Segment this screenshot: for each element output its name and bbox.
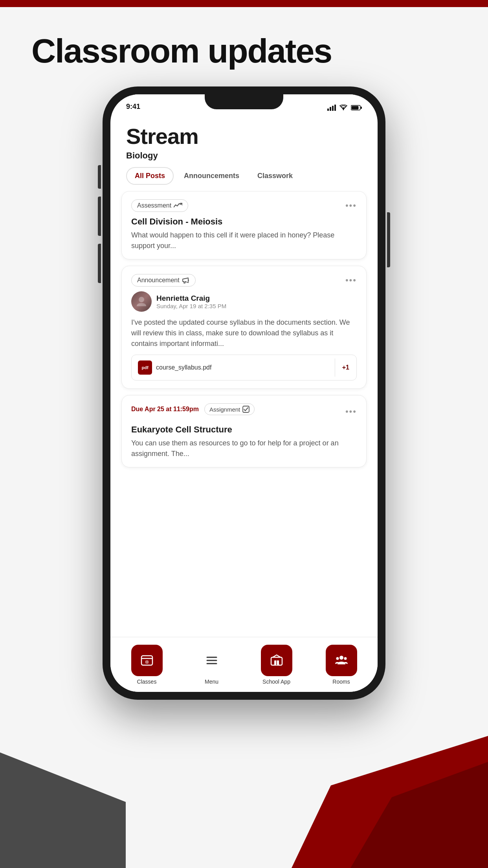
tab-announcements[interactable]: Announcements — [176, 167, 247, 185]
stream-title: Stream — [126, 123, 362, 149]
avatar-svg — [135, 295, 148, 308]
assignment-more-btn[interactable]: ••• — [345, 406, 357, 417]
assessment-card-header: Assessment ••• — [131, 199, 357, 212]
schoolapp-label: School App — [262, 679, 290, 685]
nav-schoolapp[interactable]: School App — [261, 645, 292, 685]
svg-rect-2 — [332, 106, 334, 111]
svg-point-8 — [139, 297, 144, 302]
nav-rooms[interactable]: Rooms — [326, 645, 357, 685]
bottom-nav: Classes Menu — [110, 637, 378, 692]
phone-btn-vol-up — [98, 197, 101, 236]
rooms-label: Rooms — [332, 679, 350, 685]
attachment-row[interactable]: pdf course_syllabus.pdf +1 — [131, 355, 357, 381]
app-header: Stream Biology — [110, 114, 378, 167]
nav-menu[interactable]: Menu — [196, 645, 227, 685]
rooms-icon-wrap — [326, 645, 357, 676]
author-date: Sunday, Apr 19 at 2:35 PM — [156, 303, 226, 309]
svg-rect-1 — [330, 107, 331, 111]
svg-rect-0 — [327, 108, 329, 111]
menu-icon-wrap — [196, 645, 227, 676]
wifi-icon — [339, 105, 348, 111]
top-bar-decoration — [0, 0, 488, 7]
classes-icon-wrap — [131, 645, 163, 676]
assessment-title: Cell Division - Meiosis — [131, 217, 357, 227]
author-row: Henrietta Craig Sunday, Apr 19 at 2:35 P… — [131, 291, 357, 312]
status-time: 9:41 — [126, 103, 140, 111]
due-date: Due Apr 25 at 11:59pm — [131, 406, 199, 413]
svg-rect-6 — [352, 106, 359, 110]
assessment-badge: Assessment — [131, 199, 188, 212]
svg-rect-7 — [361, 107, 362, 109]
attachment-more[interactable]: +1 — [335, 359, 356, 377]
bg-shape-left — [0, 703, 126, 868]
phone-btn-mute — [98, 165, 101, 189]
assignment-card[interactable]: Due Apr 25 at 11:59pm Assignment ••• — [121, 395, 367, 467]
posts-feed: Assessment ••• Cell Division - Meiosis W… — [110, 191, 378, 637]
nav-classes[interactable]: Classes — [131, 645, 163, 685]
avatar-image — [131, 291, 152, 312]
signal-icon — [327, 105, 336, 111]
svg-point-4 — [343, 109, 344, 110]
author-avatar — [131, 291, 152, 312]
announcement-body: I've posted the updated course syllabus … — [131, 317, 357, 349]
classes-icon — [140, 653, 154, 668]
announcement-badge: Announcement — [131, 274, 196, 287]
phone-wrapper: 9:41 — [103, 86, 385, 700]
svg-point-23 — [344, 657, 347, 660]
assignment-title: Eukaryote Cell Structure — [131, 425, 357, 435]
assessment-body: What would happen to this cell if it wer… — [131, 230, 357, 251]
stream-subtitle: Biology — [126, 151, 362, 161]
svg-rect-3 — [334, 105, 336, 111]
page-title: Classroom updates — [31, 31, 332, 70]
tabs-container: All Posts Announcements Classwork — [110, 167, 378, 191]
announcement-card-header: Announcement ••• — [131, 274, 357, 287]
megaphone-icon — [182, 277, 190, 284]
file-name: course_syllabus.pdf — [156, 364, 211, 371]
phone-notch — [205, 94, 283, 109]
assessment-card[interactable]: Assessment ••• Cell Division - Meiosis W… — [121, 191, 367, 259]
classes-label: Classes — [137, 679, 157, 685]
phone-screen: 9:41 — [110, 94, 378, 692]
menu-icon — [205, 653, 219, 668]
svg-point-22 — [336, 657, 339, 660]
assignment-card-header: Due Apr 25 at 11:59pm Assignment ••• — [131, 403, 357, 420]
author-name: Henrietta Craig — [156, 294, 226, 303]
assignment-badge: Assignment — [204, 403, 255, 415]
attachment-file: pdf course_syllabus.pdf — [132, 355, 332, 380]
assignment-meta: Due Apr 25 at 11:59pm Assignment — [131, 403, 255, 415]
author-info: Henrietta Craig Sunday, Apr 19 at 2:35 P… — [156, 294, 226, 309]
pdf-icon: pdf — [138, 360, 152, 375]
phone-frame: 9:41 — [103, 86, 385, 700]
announcement-card[interactable]: Announcement ••• — [121, 266, 367, 389]
assignment-body: You can use them as resources to go to f… — [131, 438, 357, 459]
tab-classwork[interactable]: Classwork — [250, 167, 301, 185]
assessment-more-btn[interactable]: ••• — [345, 200, 357, 211]
svg-point-21 — [339, 656, 343, 660]
tab-all-posts[interactable]: All Posts — [126, 167, 174, 185]
schoolapp-icon — [270, 653, 284, 668]
phone-btn-power — [387, 212, 390, 267]
announcement-more-btn[interactable]: ••• — [345, 275, 357, 285]
checkbox-icon — [242, 406, 250, 413]
status-icons — [327, 105, 362, 111]
battery-icon — [351, 105, 362, 110]
phone-btn-vol-down — [98, 244, 101, 283]
menu-label: Menu — [205, 679, 218, 685]
trend-icon — [174, 202, 182, 209]
schoolapp-icon-wrap — [261, 645, 292, 676]
rooms-icon — [334, 653, 349, 668]
